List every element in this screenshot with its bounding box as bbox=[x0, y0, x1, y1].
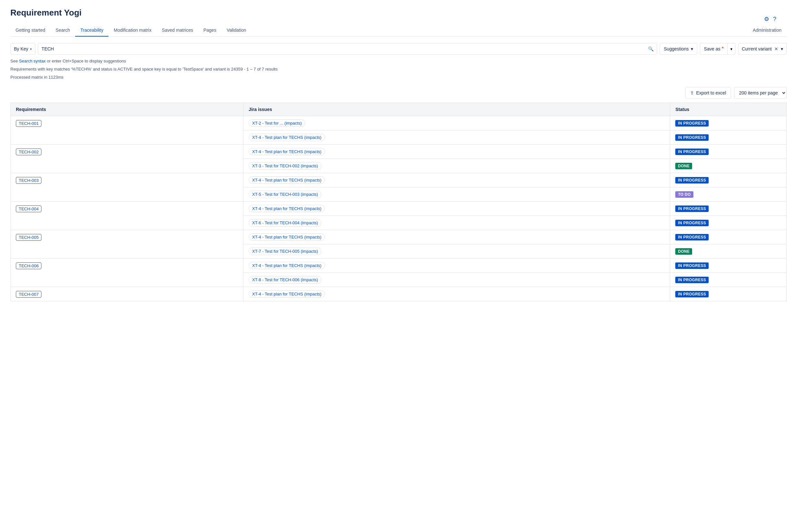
jira-issue-link[interactable]: XT-4 - Test plan for TECHS (impacts) bbox=[248, 148, 325, 155]
export-button[interactable]: ⇧ Export to excel bbox=[685, 87, 731, 99]
gear-icon[interactable]: ⚙ bbox=[764, 16, 769, 23]
status-badge: IN PROGRESS bbox=[675, 291, 709, 298]
info-line2: Requirements with key matches '%TECH%' a… bbox=[11, 66, 786, 73]
status-cell: IN PROGRESS bbox=[670, 202, 786, 216]
status-badge: IN PROGRESS bbox=[675, 120, 709, 127]
jira-issue-link[interactable]: XT-5 - Test for TECH-003 (impacts) bbox=[248, 191, 321, 198]
nav-modification-matrix[interactable]: Modification matrix bbox=[108, 24, 157, 37]
req-badge[interactable]: TECH-003 bbox=[16, 177, 41, 184]
search-icon[interactable]: 🔍 bbox=[648, 46, 654, 52]
search-bar: By Key ▾ 🔍 Suggestions ▾ Save as * ▾ Cur… bbox=[11, 43, 786, 55]
col-status: Status bbox=[670, 103, 786, 116]
export-label: Export to excel bbox=[696, 90, 726, 95]
status-cell: IN PROGRESS bbox=[670, 116, 786, 130]
req-badge[interactable]: TECH-002 bbox=[16, 149, 41, 155]
variant-label: Current variant bbox=[742, 46, 772, 52]
search-syntax-link[interactable]: Search syntax bbox=[19, 59, 45, 63]
status-badge: TO DO bbox=[675, 191, 693, 198]
table-row: TECH-001XT-2 - Test for ... (impacts)IN … bbox=[11, 116, 786, 130]
table-row: TECH-002XT-4 - Test plan for TECHS (impa… bbox=[11, 145, 786, 159]
jira-issue-link[interactable]: XT-4 - Test plan for TECHS (impacts) bbox=[248, 134, 325, 141]
jira-issue-link[interactable]: XT-4 - Test plan for TECHS (impacts) bbox=[248, 290, 325, 298]
req-cell: TECH-002 bbox=[11, 145, 243, 173]
jira-issue-link[interactable]: XT-4 - Test plan for TECHS (impacts) bbox=[248, 262, 325, 269]
table-row: TECH-007XT-4 - Test plan for TECHS (impa… bbox=[11, 287, 786, 301]
nav-search[interactable]: Search bbox=[51, 24, 75, 37]
jira-issue-link[interactable]: XT-3 - Test for TECH-002 (impacts) bbox=[248, 162, 321, 170]
save-as-button[interactable]: Save as * bbox=[700, 43, 728, 55]
jira-issue-link[interactable]: XT-4 - Test plan for TECHS (impacts) bbox=[248, 176, 325, 184]
issue-cell: XT-5 - Test for TECH-003 (impacts) bbox=[243, 187, 670, 202]
issue-cell: XT-8 - Test for TECH-006 (impacts) bbox=[243, 273, 670, 287]
info-line3: Processed matrix in 1123ms bbox=[11, 74, 786, 81]
filter-by-label: By Key bbox=[14, 46, 28, 52]
issue-cell: XT-2 - Test for ... (impacts) bbox=[243, 116, 670, 130]
status-cell: IN PROGRESS bbox=[670, 130, 786, 145]
search-input[interactable] bbox=[41, 46, 645, 52]
status-cell: IN PROGRESS bbox=[670, 145, 786, 159]
main-nav: Getting started Search Traceability Modi… bbox=[11, 24, 786, 37]
issue-cell: XT-4 - Test plan for TECHS (impacts) bbox=[243, 145, 670, 159]
req-cell: TECH-006 bbox=[11, 259, 243, 287]
status-cell: DONE bbox=[670, 159, 786, 173]
jira-issue-link[interactable]: XT-7 - Test for TECH-005 (impacts) bbox=[248, 248, 321, 255]
search-input-wrapper: 🔍 bbox=[38, 43, 657, 55]
nav-administration[interactable]: Administration bbox=[747, 24, 786, 37]
save-as-chevron-button[interactable]: ▾ bbox=[727, 43, 736, 55]
status-cell: IN PROGRESS bbox=[670, 287, 786, 301]
status-badge: DONE bbox=[675, 248, 692, 255]
issue-cell: XT-3 - Test for TECH-002 (impacts) bbox=[243, 159, 670, 173]
req-cell: TECH-005 bbox=[11, 230, 243, 259]
nav-getting-started[interactable]: Getting started bbox=[11, 24, 51, 37]
suggestions-chevron-icon: ▾ bbox=[691, 46, 693, 52]
table-row: TECH-004XT-4 - Test plan for TECHS (impa… bbox=[11, 202, 786, 216]
status-badge: DONE bbox=[675, 163, 692, 169]
status-badge: IN PROGRESS bbox=[675, 277, 709, 283]
req-badge[interactable]: TECH-001 bbox=[16, 120, 41, 127]
nav-validation[interactable]: Validation bbox=[221, 24, 251, 37]
req-cell: TECH-001 bbox=[11, 116, 243, 145]
status-badge: IN PROGRESS bbox=[675, 263, 709, 269]
issue-cell: XT-6 - Test for TECH-004 (impacts) bbox=[243, 216, 670, 230]
jira-issue-link[interactable]: XT-8 - Test for TECH-006 (impacts) bbox=[248, 276, 321, 284]
status-badge: IN PROGRESS bbox=[675, 149, 709, 155]
table-row: TECH-003XT-4 - Test plan for TECHS (impa… bbox=[11, 173, 786, 187]
req-badge[interactable]: TECH-005 bbox=[16, 234, 41, 241]
save-as-chevron-icon: ▾ bbox=[730, 46, 733, 52]
status-cell: IN PROGRESS bbox=[670, 173, 786, 187]
app-title: Requirement Yogi bbox=[11, 8, 786, 18]
save-as-required-indicator: * bbox=[722, 46, 724, 52]
req-cell: TECH-003 bbox=[11, 173, 243, 202]
req-badge[interactable]: TECH-004 bbox=[16, 206, 41, 212]
jira-issue-link[interactable]: XT-2 - Test for ... (impacts) bbox=[248, 119, 305, 127]
issue-cell: XT-7 - Test for TECH-005 (impacts) bbox=[243, 244, 670, 259]
issue-cell: XT-4 - Test plan for TECHS (impacts) bbox=[243, 230, 670, 244]
nav-saved-matrices[interactable]: Saved matrices bbox=[157, 24, 198, 37]
status-cell: IN PROGRESS bbox=[670, 216, 786, 230]
status-cell: TO DO bbox=[670, 187, 786, 202]
jira-issue-link[interactable]: XT-6 - Test for TECH-004 (impacts) bbox=[248, 219, 321, 227]
filter-by-dropdown[interactable]: By Key ▾ bbox=[11, 43, 35, 55]
export-icon: ⇧ bbox=[690, 90, 694, 95]
jira-issue-link[interactable]: XT-4 - Test plan for TECHS (impacts) bbox=[248, 205, 325, 212]
save-as-group: Save as * ▾ bbox=[700, 43, 736, 55]
nav-traceability[interactable]: Traceability bbox=[75, 24, 108, 37]
jira-issue-link[interactable]: XT-4 - Test plan for TECHS (impacts) bbox=[248, 233, 325, 241]
items-per-page-select[interactable]: 200 items per page 50 items per page 100… bbox=[734, 87, 786, 99]
status-badge: IN PROGRESS bbox=[675, 234, 709, 241]
status-cell: DONE bbox=[670, 244, 786, 259]
filter-by-chevron-icon: ▾ bbox=[30, 47, 32, 51]
req-badge[interactable]: TECH-007 bbox=[16, 291, 41, 298]
table-row: TECH-006XT-4 - Test plan for TECHS (impa… bbox=[11, 259, 786, 273]
variant-selector[interactable]: Current variant ✕ ▾ bbox=[738, 43, 786, 55]
requirements-table: Requirements Jira issues Status TECH-001… bbox=[11, 102, 786, 301]
status-badge: IN PROGRESS bbox=[675, 220, 709, 226]
help-icon[interactable]: ? bbox=[773, 16, 776, 23]
issue-cell: XT-4 - Test plan for TECHS (impacts) bbox=[243, 130, 670, 145]
suggestions-label: Suggestions bbox=[664, 46, 689, 52]
suggestions-button[interactable]: Suggestions ▾ bbox=[660, 43, 697, 55]
variant-clear-icon[interactable]: ✕ bbox=[774, 46, 778, 52]
req-badge[interactable]: TECH-006 bbox=[16, 263, 41, 269]
nav-pages[interactable]: Pages bbox=[198, 24, 221, 37]
status-cell: IN PROGRESS bbox=[670, 259, 786, 273]
